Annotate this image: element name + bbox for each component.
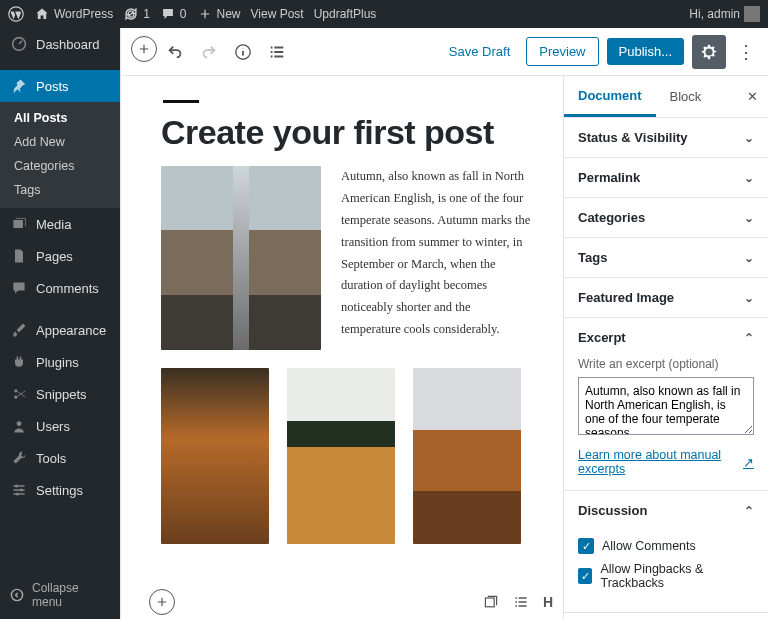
menu-pages[interactable]: Pages	[0, 240, 120, 272]
updates-count: 1	[143, 7, 150, 21]
menu-dashboard[interactable]: Dashboard	[0, 28, 120, 60]
admin-bar: WordPress 1 0 New View Post UpdraftPlus …	[0, 0, 768, 28]
preview-button[interactable]: Preview	[526, 37, 598, 66]
svg-point-4	[14, 396, 17, 399]
pin-icon	[10, 77, 28, 95]
gallery-block[interactable]	[161, 368, 533, 544]
add-block-button[interactable]	[149, 589, 175, 615]
menu-tools[interactable]: Tools	[0, 442, 120, 474]
add-block-button[interactable]	[131, 36, 157, 62]
comments-link[interactable]: 0	[160, 6, 187, 22]
panel-categories[interactable]: Categories⌄	[564, 198, 768, 237]
publish-button[interactable]: Publish...	[607, 38, 684, 65]
menu-plugins[interactable]: Plugins	[0, 346, 120, 378]
chevron-down-icon: ⌄	[744, 131, 754, 145]
allow-pingbacks-row[interactable]: ✓Allow Pingbacks & Trackbacks	[578, 562, 754, 590]
wp-logo[interactable]	[8, 6, 24, 22]
menu-settings[interactable]: Settings	[0, 474, 120, 506]
hero-image-block[interactable]	[161, 166, 321, 350]
menu-comments[interactable]: Comments	[0, 272, 120, 304]
panel-permalink[interactable]: Permalink⌄	[564, 158, 768, 197]
new-label: New	[217, 7, 241, 21]
panel-status[interactable]: Status & Visibility⌄	[564, 118, 768, 157]
editor-canvas[interactable]: Create your first post Autumn, also know…	[121, 76, 563, 619]
comment-icon	[160, 6, 176, 22]
gallery-image[interactable]	[287, 368, 395, 544]
tab-document[interactable]: Document	[564, 76, 656, 117]
redo-button[interactable]	[193, 36, 225, 68]
avatar	[744, 6, 760, 22]
checkbox-checked-icon[interactable]: ✓	[578, 568, 592, 584]
settings-tabs: Document Block ✕	[564, 76, 768, 118]
gallery-suggest-icon[interactable]	[483, 594, 499, 610]
post-title[interactable]: Create your first post	[161, 113, 533, 152]
panel-excerpt[interactable]: Excerpt⌃	[564, 318, 768, 357]
refresh-icon	[123, 6, 139, 22]
panel-tags[interactable]: Tags⌄	[564, 238, 768, 277]
info-button[interactable]	[227, 36, 259, 68]
outline-button[interactable]	[261, 36, 293, 68]
list-suggest-icon[interactable]	[513, 594, 529, 610]
greeting: Hi, admin	[689, 7, 740, 21]
more-menu[interactable]: ⋮	[734, 41, 758, 63]
submenu-tags[interactable]: Tags	[0, 178, 120, 202]
svg-point-3	[14, 389, 17, 392]
allow-comments-row[interactable]: ✓Allow Comments	[578, 538, 754, 554]
panel-featured-image[interactable]: Featured Image⌄	[564, 278, 768, 317]
site-link[interactable]: WordPress	[34, 6, 113, 22]
excerpt-textarea[interactable]	[578, 377, 754, 435]
collapse-icon	[10, 588, 24, 602]
checkbox-checked-icon[interactable]: ✓	[578, 538, 594, 554]
svg-rect-11	[485, 598, 494, 607]
submenu-add-new[interactable]: Add New	[0, 130, 120, 154]
new-link[interactable]: New	[197, 6, 241, 22]
heading-suggest[interactable]: H	[543, 594, 553, 610]
wordpress-icon	[8, 6, 24, 22]
external-icon: ↗	[743, 455, 754, 470]
dashboard-icon	[10, 35, 28, 53]
admin-menu: Dashboard Posts All Posts Add New Catego…	[0, 28, 120, 619]
paragraph-block[interactable]: Autumn, also known as fall in North Amer…	[341, 166, 533, 350]
submenu-all-posts[interactable]: All Posts	[0, 106, 120, 130]
submenu-categories[interactable]: Categories	[0, 154, 120, 178]
svg-point-0	[9, 7, 23, 21]
svg-point-8	[16, 492, 19, 495]
svg-point-9	[11, 589, 22, 600]
tab-block[interactable]: Block	[656, 76, 716, 117]
menu-media[interactable]: Media	[0, 208, 120, 240]
menu-snippets[interactable]: Snippets	[0, 378, 120, 410]
workspace: Dashboard Posts All Posts Add New Catego…	[0, 28, 768, 619]
view-post-link[interactable]: View Post	[251, 7, 304, 21]
menu-users[interactable]: Users	[0, 410, 120, 442]
settings-toggle[interactable]	[692, 35, 726, 69]
chevron-up-icon: ⌃	[744, 504, 754, 518]
close-settings[interactable]: ✕	[737, 89, 768, 104]
panel-discussion[interactable]: Discussion⌃	[564, 491, 768, 530]
undo-button[interactable]	[159, 36, 191, 68]
save-draft-button[interactable]: Save Draft	[441, 38, 518, 65]
comments-count: 0	[180, 7, 187, 21]
brush-icon	[10, 321, 28, 339]
chevron-down-icon: ⌄	[744, 291, 754, 305]
gallery-image[interactable]	[413, 368, 521, 544]
chevron-down-icon: ⌄	[744, 251, 754, 265]
editor-toolbar: Save Draft Preview Publish... ⋮	[121, 28, 768, 76]
account-link[interactable]: Hi, admin	[689, 6, 760, 22]
updraft-link[interactable]: UpdraftPlus	[314, 7, 377, 21]
block-inserter-footer: H	[149, 589, 553, 615]
chevron-up-icon: ⌃	[744, 331, 754, 345]
scissors-icon	[10, 385, 28, 403]
gallery-image[interactable]	[161, 368, 269, 544]
collapse-menu[interactable]: Collapse menu	[0, 571, 120, 619]
media-icon	[10, 215, 28, 233]
home-icon	[34, 6, 50, 22]
sliders-icon	[10, 481, 28, 499]
updates-link[interactable]: 1	[123, 6, 150, 22]
site-name: WordPress	[54, 7, 113, 21]
menu-appearance[interactable]: Appearance	[0, 314, 120, 346]
editor: Save Draft Preview Publish... ⋮ Create y…	[120, 28, 768, 619]
separator-block[interactable]	[163, 100, 199, 103]
svg-point-5	[17, 421, 22, 426]
menu-posts[interactable]: Posts	[0, 70, 120, 102]
excerpt-help-link[interactable]: Learn more about manual excerpts↗	[578, 448, 754, 476]
